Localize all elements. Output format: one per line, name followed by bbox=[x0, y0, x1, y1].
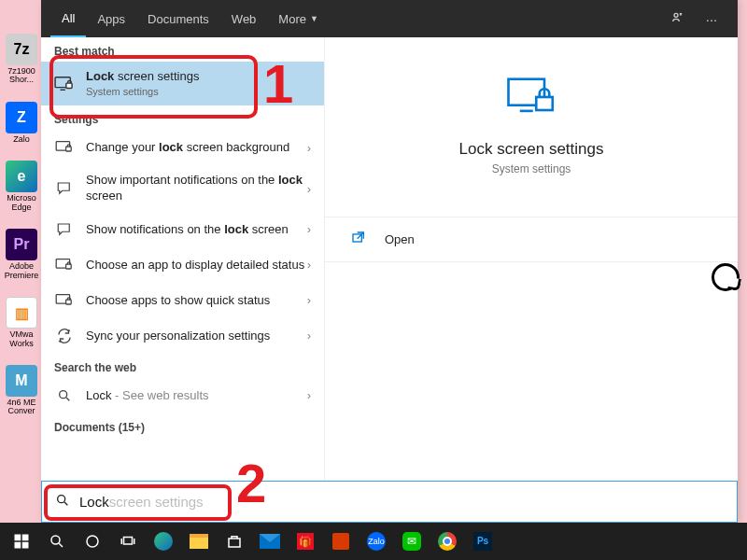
search-topbar: All Apps Documents Web More ▼ ··· bbox=[41, 0, 738, 37]
taskview-icon[interactable] bbox=[110, 523, 146, 560]
section-settings: Settings bbox=[41, 105, 324, 130]
open-icon bbox=[351, 231, 370, 248]
speech-bubble-icon bbox=[712, 263, 740, 291]
desktop-icons: 7z7z1900 Shor... ZZalo eMicroso Edge PrA… bbox=[2, 34, 43, 416]
preview-pane: Lock screen settings System settings Ope… bbox=[325, 37, 738, 481]
speech-icon bbox=[54, 219, 75, 240]
svg-rect-16 bbox=[15, 542, 21, 549]
svg-rect-8 bbox=[66, 300, 72, 304]
svg-point-13 bbox=[58, 495, 65, 502]
desktop-icon-zalo[interactable]: ZZalo bbox=[2, 102, 41, 144]
gift-icon[interactable]: 🎁 bbox=[288, 523, 323, 560]
svg-rect-17 bbox=[22, 542, 29, 549]
chevron-right-icon: › bbox=[307, 222, 311, 236]
edge-icon[interactable] bbox=[146, 523, 181, 560]
monitor-lock-icon bbox=[54, 290, 75, 311]
chevron-right-icon: › bbox=[307, 293, 311, 307]
svg-rect-20 bbox=[124, 538, 133, 545]
monitor-lock-icon bbox=[54, 255, 75, 275]
desktop-icon-4n6[interactable]: M4n6 ME Conver bbox=[2, 365, 41, 416]
desktop-icon-premiere[interactable]: PrAdobe Premiere bbox=[2, 229, 41, 280]
taskbar: 🎁 Zalo ✉ Ps bbox=[0, 523, 747, 560]
result-choose-apps-quick[interactable]: Choose apps to show quick status › bbox=[41, 283, 324, 318]
taskbar-search-icon[interactable] bbox=[39, 523, 75, 560]
start-button[interactable] bbox=[4, 523, 39, 560]
svg-point-19 bbox=[87, 536, 98, 547]
svg-rect-11 bbox=[536, 97, 553, 110]
cortana-icon[interactable] bbox=[75, 523, 110, 560]
chevron-right-icon: › bbox=[307, 258, 311, 272]
svg-point-18 bbox=[51, 536, 60, 544]
search-input[interactable]: Lock screen settings bbox=[41, 481, 738, 523]
chevron-down-icon: ▼ bbox=[310, 14, 318, 23]
tab-documents[interactable]: Documents bbox=[136, 0, 220, 37]
chevron-right-icon: › bbox=[307, 141, 311, 155]
monitor-lock-icon bbox=[54, 74, 75, 94]
results-list: Best match Lock screen settings System s… bbox=[41, 37, 325, 481]
monitor-lock-icon bbox=[54, 137, 75, 158]
section-search-web: Search the web bbox=[41, 354, 324, 378]
svg-point-0 bbox=[674, 13, 678, 17]
result-show-notifications[interactable]: Show notifications on the lock screen › bbox=[41, 212, 324, 247]
tab-more[interactable]: More ▼ bbox=[267, 0, 330, 37]
search-icon bbox=[55, 493, 70, 511]
tab-all[interactable]: All bbox=[50, 0, 86, 37]
result-sync-personalization[interactable]: Sync your personalization settings › bbox=[41, 318, 324, 354]
desktop-icon-vmware[interactable]: ▥VMwa Works bbox=[2, 297, 41, 348]
preview-subtitle: System settings bbox=[344, 162, 719, 175]
result-choose-app-detailed[interactable]: Choose an app to display detailed status… bbox=[41, 247, 324, 283]
result-lock-screen-settings[interactable]: Lock screen settings System settings bbox=[41, 62, 324, 105]
preview-title: Lock screen settings bbox=[344, 140, 719, 159]
svg-rect-14 bbox=[15, 535, 21, 541]
result-change-lock-background[interactable]: Change your lock screen background › bbox=[41, 130, 324, 165]
chrome-icon[interactable] bbox=[430, 523, 465, 560]
result-web-lock[interactable]: Lock - See web results › bbox=[41, 378, 324, 413]
feedback-icon[interactable] bbox=[661, 10, 695, 28]
section-documents: Documents (15+) bbox=[41, 413, 324, 438]
mail-icon[interactable] bbox=[252, 523, 288, 560]
search-flyout: All Apps Documents Web More ▼ ··· Best m… bbox=[41, 0, 738, 523]
svg-rect-6 bbox=[66, 264, 72, 269]
result-show-important-notifications[interactable]: Show important notifications on the lock… bbox=[41, 165, 324, 212]
line-icon[interactable]: ✉ bbox=[394, 523, 430, 560]
office-icon[interactable] bbox=[323, 523, 359, 560]
svg-rect-2 bbox=[66, 83, 72, 88]
speech-icon bbox=[54, 178, 75, 199]
action-label: Open bbox=[385, 232, 415, 246]
file-explorer-icon[interactable] bbox=[181, 523, 217, 560]
search-hint-text: screen settings bbox=[109, 494, 204, 510]
svg-point-9 bbox=[60, 391, 67, 399]
tab-apps[interactable]: Apps bbox=[86, 0, 136, 37]
zalo-icon[interactable]: Zalo bbox=[359, 523, 394, 560]
desktop-icon-7zip[interactable]: 7z7z1900 Shor... bbox=[2, 34, 41, 85]
store-icon[interactable] bbox=[217, 523, 252, 560]
chevron-right-icon: › bbox=[307, 329, 311, 343]
chevron-right-icon: › bbox=[307, 182, 311, 196]
svg-rect-15 bbox=[22, 535, 29, 541]
search-icon bbox=[54, 385, 75, 406]
tab-web[interactable]: Web bbox=[220, 0, 268, 37]
sync-icon bbox=[54, 326, 75, 346]
photoshop-icon[interactable]: Ps bbox=[465, 523, 500, 560]
svg-rect-4 bbox=[66, 147, 72, 151]
action-open[interactable]: Open bbox=[325, 217, 738, 262]
monitor-lock-icon bbox=[505, 75, 557, 119]
section-best-match: Best match bbox=[41, 37, 324, 62]
search-typed-text: Lock bbox=[79, 494, 109, 510]
chevron-right-icon: › bbox=[307, 388, 311, 402]
desktop-icon-edge[interactable]: eMicroso Edge bbox=[2, 161, 41, 212]
more-icon[interactable]: ··· bbox=[695, 11, 728, 27]
